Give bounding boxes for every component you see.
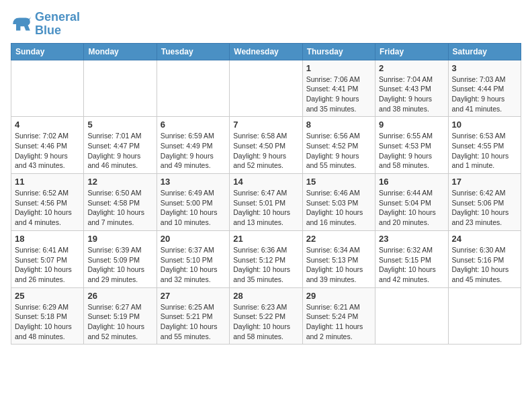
calendar-header: SundayMondayTuesdayWednesdayThursdayFrid… — [11, 43, 521, 60]
weekday-header-thursday: Thursday — [302, 43, 375, 60]
day-number: 16 — [379, 177, 444, 187]
weekday-header-wednesday: Wednesday — [230, 43, 302, 60]
calendar-week-3: 11Sunrise: 6:52 AM Sunset: 4:56 PM Dayli… — [11, 174, 521, 231]
calendar-cell — [157, 60, 229, 117]
calendar-week-1: 1Sunrise: 7:06 AM Sunset: 4:41 PM Daylig… — [11, 60, 521, 117]
calendar-cell: 23Sunrise: 6:32 AM Sunset: 5:15 PM Dayli… — [375, 230, 448, 287]
calendar-body: 1Sunrise: 7:06 AM Sunset: 4:41 PM Daylig… — [11, 60, 521, 345]
calendar-cell — [84, 60, 157, 117]
logo-icon — [11, 13, 32, 35]
day-info: Sunrise: 7:01 AM Sunset: 4:47 PM Dayligh… — [87, 131, 152, 171]
day-number: 4 — [15, 120, 80, 130]
day-info: Sunrise: 6:23 AM Sunset: 5:22 PM Dayligh… — [233, 302, 298, 342]
day-number: 10 — [452, 120, 517, 130]
day-info: Sunrise: 6:25 AM Sunset: 5:21 PM Dayligh… — [161, 302, 226, 342]
day-number: 20 — [161, 234, 226, 244]
calendar-cell: 10Sunrise: 6:53 AM Sunset: 4:55 PM Dayli… — [448, 117, 521, 174]
day-number: 28 — [233, 291, 298, 301]
day-number: 18 — [15, 234, 80, 244]
day-number: 17 — [452, 177, 517, 187]
calendar-cell: 6Sunrise: 6:59 AM Sunset: 4:49 PM Daylig… — [157, 117, 229, 174]
calendar-cell: 8Sunrise: 6:56 AM Sunset: 4:52 PM Daylig… — [302, 117, 375, 174]
calendar-cell: 3Sunrise: 7:03 AM Sunset: 4:44 PM Daylig… — [448, 60, 521, 117]
day-number: 13 — [161, 177, 226, 187]
day-number: 29 — [306, 291, 371, 301]
day-number: 12 — [87, 177, 152, 187]
day-info: Sunrise: 6:36 AM Sunset: 5:12 PM Dayligh… — [233, 245, 298, 285]
day-number: 15 — [306, 177, 371, 187]
calendar-cell — [11, 60, 84, 117]
calendar-cell: 2Sunrise: 7:04 AM Sunset: 4:43 PM Daylig… — [375, 60, 448, 117]
day-number: 21 — [233, 234, 298, 244]
day-info: Sunrise: 6:44 AM Sunset: 5:04 PM Dayligh… — [379, 188, 444, 228]
day-number: 27 — [161, 291, 226, 301]
calendar-cell: 27Sunrise: 6:25 AM Sunset: 5:21 PM Dayli… — [157, 287, 229, 345]
day-info: Sunrise: 6:47 AM Sunset: 5:01 PM Dayligh… — [233, 188, 298, 228]
weekday-header-friday: Friday — [375, 43, 448, 60]
day-number: 26 — [87, 291, 152, 301]
calendar-cell: 11Sunrise: 6:52 AM Sunset: 4:56 PM Dayli… — [11, 174, 84, 231]
day-number: 6 — [161, 120, 226, 130]
calendar-cell: 12Sunrise: 6:50 AM Sunset: 4:58 PM Dayli… — [84, 174, 157, 231]
day-info: Sunrise: 6:30 AM Sunset: 5:16 PM Dayligh… — [452, 245, 517, 285]
day-info: Sunrise: 6:34 AM Sunset: 5:13 PM Dayligh… — [306, 245, 371, 285]
day-number: 1 — [306, 63, 371, 73]
day-number: 3 — [452, 63, 517, 73]
day-number: 25 — [15, 291, 80, 301]
calendar-cell: 4Sunrise: 7:02 AM Sunset: 4:46 PM Daylig… — [11, 117, 84, 174]
day-info: Sunrise: 6:58 AM Sunset: 4:50 PM Dayligh… — [233, 131, 298, 171]
calendar-cell: 25Sunrise: 6:29 AM Sunset: 5:18 PM Dayli… — [11, 287, 84, 345]
calendar-cell: 1Sunrise: 7:06 AM Sunset: 4:41 PM Daylig… — [302, 60, 375, 117]
calendar-cell: 16Sunrise: 6:44 AM Sunset: 5:04 PM Dayli… — [375, 174, 448, 231]
calendar-cell: 26Sunrise: 6:27 AM Sunset: 5:19 PM Dayli… — [84, 287, 157, 345]
day-info: Sunrise: 6:59 AM Sunset: 4:49 PM Dayligh… — [161, 131, 226, 171]
calendar-week-5: 25Sunrise: 6:29 AM Sunset: 5:18 PM Dayli… — [11, 287, 521, 345]
day-number: 24 — [452, 234, 517, 244]
weekday-header-saturday: Saturday — [448, 43, 521, 60]
day-info: Sunrise: 6:21 AM Sunset: 5:24 PM Dayligh… — [306, 302, 371, 342]
calendar-cell: 28Sunrise: 6:23 AM Sunset: 5:22 PM Dayli… — [230, 287, 302, 345]
header-row: SundayMondayTuesdayWednesdayThursdayFrid… — [11, 43, 521, 60]
day-info: Sunrise: 6:46 AM Sunset: 5:03 PM Dayligh… — [306, 188, 371, 228]
day-info: Sunrise: 6:27 AM Sunset: 5:19 PM Dayligh… — [87, 302, 152, 342]
calendar-cell: 17Sunrise: 6:42 AM Sunset: 5:06 PM Dayli… — [448, 174, 521, 231]
day-info: Sunrise: 6:55 AM Sunset: 4:53 PM Dayligh… — [379, 131, 444, 171]
calendar-cell: 18Sunrise: 6:41 AM Sunset: 5:07 PM Dayli… — [11, 230, 84, 287]
calendar-cell: 20Sunrise: 6:37 AM Sunset: 5:10 PM Dayli… — [157, 230, 229, 287]
day-number: 9 — [379, 120, 444, 130]
day-info: Sunrise: 6:49 AM Sunset: 5:00 PM Dayligh… — [161, 188, 226, 228]
day-info: Sunrise: 6:52 AM Sunset: 4:56 PM Dayligh… — [15, 188, 80, 228]
weekday-header-sunday: Sunday — [11, 43, 84, 60]
day-info: Sunrise: 6:39 AM Sunset: 5:09 PM Dayligh… — [87, 245, 152, 285]
day-info: Sunrise: 6:42 AM Sunset: 5:06 PM Dayligh… — [452, 188, 517, 228]
day-info: Sunrise: 6:37 AM Sunset: 5:10 PM Dayligh… — [161, 245, 226, 285]
calendar-cell — [230, 60, 302, 117]
calendar-cell — [375, 287, 448, 345]
day-info: Sunrise: 6:32 AM Sunset: 5:15 PM Dayligh… — [379, 245, 444, 285]
calendar-cell: 5Sunrise: 7:01 AM Sunset: 4:47 PM Daylig… — [84, 117, 157, 174]
weekday-header-tuesday: Tuesday — [157, 43, 229, 60]
calendar-cell: 29Sunrise: 6:21 AM Sunset: 5:24 PM Dayli… — [302, 287, 375, 345]
day-info: Sunrise: 7:02 AM Sunset: 4:46 PM Dayligh… — [15, 131, 80, 171]
calendar-cell: 7Sunrise: 6:58 AM Sunset: 4:50 PM Daylig… — [230, 117, 302, 174]
day-number: 22 — [306, 234, 371, 244]
day-info: Sunrise: 7:06 AM Sunset: 4:41 PM Dayligh… — [306, 75, 371, 114]
logo-text-general: General — [35, 11, 80, 24]
calendar-week-4: 18Sunrise: 6:41 AM Sunset: 5:07 PM Dayli… — [11, 230, 521, 287]
logo-text-blue: Blue — [35, 24, 80, 38]
day-info: Sunrise: 7:04 AM Sunset: 4:43 PM Dayligh… — [379, 75, 444, 114]
day-info: Sunrise: 6:29 AM Sunset: 5:18 PM Dayligh… — [15, 302, 80, 342]
day-info: Sunrise: 6:56 AM Sunset: 4:52 PM Dayligh… — [306, 131, 371, 171]
logo: General Blue — [11, 11, 80, 38]
weekday-header-monday: Monday — [84, 43, 157, 60]
day-number: 11 — [15, 177, 80, 187]
day-info: Sunrise: 6:53 AM Sunset: 4:55 PM Dayligh… — [452, 131, 517, 171]
day-info: Sunrise: 6:41 AM Sunset: 5:07 PM Dayligh… — [15, 245, 80, 285]
calendar-cell: 22Sunrise: 6:34 AM Sunset: 5:13 PM Dayli… — [302, 230, 375, 287]
day-number: 7 — [233, 120, 298, 130]
calendar-cell: 9Sunrise: 6:55 AM Sunset: 4:53 PM Daylig… — [375, 117, 448, 174]
day-number: 5 — [87, 120, 152, 130]
calendar-cell: 21Sunrise: 6:36 AM Sunset: 5:12 PM Dayli… — [230, 230, 302, 287]
page-header: General Blue — [11, 11, 521, 38]
calendar-week-2: 4Sunrise: 7:02 AM Sunset: 4:46 PM Daylig… — [11, 117, 521, 174]
